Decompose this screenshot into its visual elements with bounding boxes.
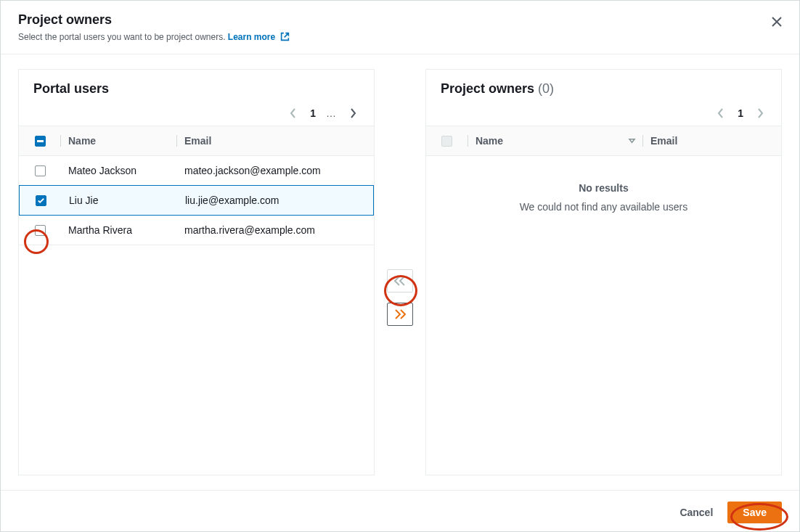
select-all-header — [19, 126, 61, 155]
page-number[interactable]: 1 — [310, 107, 316, 119]
modal-header: Project owners Select the portal users y… — [1, 1, 799, 54]
cell-name: Martha Rivera — [61, 216, 177, 245]
panel-header-right: Project owners (0) — [426, 70, 781, 97]
select-all-header — [426, 126, 468, 155]
table-row[interactable]: Liu Jie liu.jie@example.com — [19, 185, 374, 216]
page-number[interactable]: 1 — [738, 107, 743, 119]
table-row[interactable]: Martha Rivera martha.rivera@example.com — [19, 216, 374, 245]
modal-title: Project owners — [18, 12, 782, 28]
prev-page-button[interactable] — [714, 107, 727, 120]
table-header-left: Name Email — [19, 126, 374, 156]
project-owners-modal: Project owners Select the portal users y… — [0, 0, 800, 532]
empty-state: No results We could not find any availab… — [426, 156, 781, 213]
cell-name: Mateo Jackson — [61, 156, 177, 185]
transfer-controls — [375, 69, 425, 475]
email-column-header[interactable]: Email — [643, 126, 781, 155]
row-checkbox[interactable] — [35, 165, 46, 176]
chevron-right-icon — [349, 108, 356, 118]
panel-header-left: Portal users — [19, 70, 374, 97]
pagination-left: 1 … — [19, 97, 374, 126]
cell-email: liu.jie@example.com — [178, 186, 373, 215]
name-column-header[interactable]: Name — [468, 126, 643, 155]
pagination-right: 1 — [426, 97, 781, 126]
close-icon — [771, 16, 783, 28]
row-checkbox[interactable] — [35, 225, 46, 236]
chevron-right-icon — [756, 108, 764, 118]
table-header-right: Name Email — [426, 126, 781, 156]
table-row[interactable]: Mateo Jackson mateo.jackson@example.com — [19, 156, 374, 186]
portal-users-panel: Portal users 1 … Name Email — [18, 69, 375, 475]
chevron-left-icon — [717, 108, 725, 118]
no-results-subtitle: We could not find any available users — [426, 201, 781, 213]
select-all-checkbox[interactable] — [35, 136, 46, 147]
modal-body: Portal users 1 … Name Email — [1, 54, 799, 490]
owners-count: (0) — [538, 81, 554, 96]
cancel-button[interactable]: Cancel — [677, 501, 716, 524]
no-results-title: No results — [426, 182, 781, 194]
move-left-button[interactable] — [387, 269, 413, 292]
next-page-button[interactable] — [346, 107, 359, 120]
sort-icon — [628, 135, 636, 147]
prev-page-button[interactable] — [287, 107, 300, 120]
chevron-left-icon — [290, 108, 297, 118]
check-icon — [37, 197, 45, 205]
page-ellipsis: … — [326, 107, 336, 119]
select-all-checkbox — [441, 136, 452, 147]
portal-users-title: Portal users — [33, 81, 359, 97]
external-link-icon — [280, 32, 290, 44]
move-right-button[interactable] — [387, 303, 413, 326]
name-column-header[interactable]: Name — [61, 126, 177, 155]
learn-more-link[interactable]: Learn more — [228, 32, 290, 42]
close-button[interactable] — [769, 14, 785, 30]
save-button[interactable]: Save — [727, 502, 782, 523]
row-checkbox[interactable] — [36, 195, 46, 206]
project-owners-panel: Project owners (0) 1 Name — [425, 69, 782, 475]
cell-email: mateo.jackson@example.com — [177, 156, 374, 185]
modal-subtitle: Select the portal users you want to be p… — [18, 32, 782, 44]
project-owners-title: Project owners (0) — [441, 81, 767, 97]
cell-name: Liu Jie — [62, 186, 178, 215]
double-chevron-left-icon — [394, 276, 406, 286]
double-chevron-right-icon — [394, 309, 406, 319]
modal-footer: Cancel Save — [1, 490, 799, 532]
next-page-button[interactable] — [754, 107, 767, 120]
email-column-header[interactable]: Email — [177, 126, 374, 155]
table-body-left: Mateo Jackson mateo.jackson@example.com … — [19, 156, 374, 245]
cell-email: martha.rivera@example.com — [177, 216, 374, 245]
